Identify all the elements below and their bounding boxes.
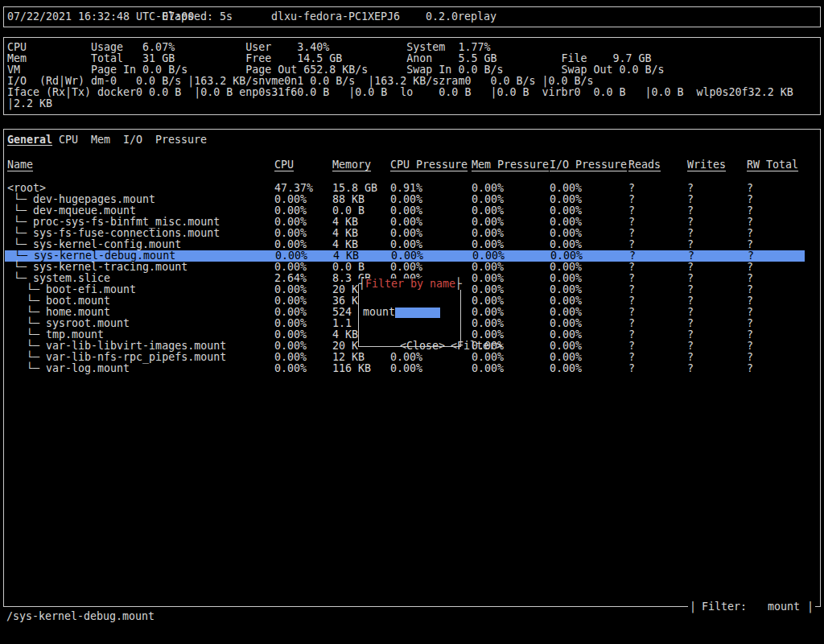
cell-name: └─ proc-sys-fs-binfmt_misc.mount xyxy=(7,217,220,228)
filter-indicator: |Filter:mount| xyxy=(688,601,815,613)
cell-cpu: 0.00% xyxy=(274,341,307,352)
cell-writes: ? xyxy=(687,307,694,318)
cell-mem_pressure: 0.00% xyxy=(472,228,504,239)
cell-writes: ? xyxy=(687,318,694,329)
column-header: Name xyxy=(7,159,33,171)
cell-memory: 4 KB xyxy=(332,239,358,250)
elapsed-time: Elapsed: 5s xyxy=(162,10,233,23)
dialog-title-text: Filter by name xyxy=(365,278,455,290)
cell-rw_total: ? xyxy=(747,307,753,318)
cell-writes: ? xyxy=(687,194,694,205)
cell-cpu: 0.00% xyxy=(274,262,307,273)
tab-cpu[interactable]: CPU xyxy=(59,134,78,146)
cell-io_pressure: 0.00% xyxy=(550,262,582,273)
hostname: dlxu-fedora-PC1XEPJ6 xyxy=(271,10,400,23)
table-row[interactable]: └─ sys-kernel-tracing.mount0.00%0.0 B0.0… xyxy=(4,262,820,273)
cell-cpu_pressure: 0.00% xyxy=(390,228,422,239)
cell-memory: 12 KB xyxy=(332,352,365,363)
cell-mem_pressure: 0.00% xyxy=(472,183,504,194)
cell-name: └─ sys-kernel-config.mount xyxy=(7,239,181,250)
column-header: Writes xyxy=(687,159,726,171)
cell-memory: 1.1 xyxy=(332,318,352,329)
cell-rw_total: ? xyxy=(747,262,753,273)
table-row[interactable]: <root>47.37%15.8 GB0.91%0.00%0.00%??? xyxy=(4,183,820,194)
filter-label: Filter: xyxy=(702,601,747,613)
column-header: RW Total xyxy=(747,159,798,171)
cell-mem_pressure: 0.00% xyxy=(472,205,504,217)
filter-value: mount xyxy=(768,601,800,613)
cell-writes: ? xyxy=(687,363,694,374)
cell-name: └─ sys-kernel-tracing.mount xyxy=(7,262,187,273)
cell-mem_pressure: 0.00% xyxy=(472,250,505,262)
cell-rw_total: ? xyxy=(747,183,753,194)
tab-general[interactable]: General xyxy=(7,134,52,146)
cell-mem_pressure: 0.00% xyxy=(472,352,504,363)
table-row[interactable]: └─ dev-mqueue.mount0.00%0.0 B0.00%0.00%0… xyxy=(4,205,820,217)
cell-cpu: 0.00% xyxy=(274,363,307,374)
cell-io_pressure: 0.00% xyxy=(550,228,582,239)
cell-io_pressure: 0.00% xyxy=(550,205,582,217)
cell-cpu: 0.00% xyxy=(274,228,307,239)
column-header: CPU Pressure xyxy=(390,159,468,171)
cell-mem_pressure: 0.00% xyxy=(472,295,504,307)
cell-rw_total: ? xyxy=(747,318,753,329)
process-table: <root>47.37%15.8 GB0.91%0.00%0.00%??? └─… xyxy=(4,183,820,606)
cell-rw_total: ? xyxy=(748,250,754,262)
dialog-title: ┤Filter by name├ xyxy=(359,279,462,290)
cell-memory: 0.0 B xyxy=(332,262,365,273)
selected-item-path: /sys-kernel-debug.mount xyxy=(6,610,154,622)
cell-reads: ? xyxy=(628,284,635,295)
system-stat-line: CPU Usage 6.07% User 3.40% System 1.77% xyxy=(4,42,820,53)
cell-reads: ? xyxy=(628,341,635,352)
table-row[interactable]: └─ var-lib-nfs-rpc_pipefs.mount0.00%12 K… xyxy=(4,352,820,363)
cell-mem_pressure: 0.00% xyxy=(472,217,504,228)
cell-memory: 36 K xyxy=(332,295,358,307)
cell-rw_total: ? xyxy=(747,352,753,363)
mode-indicator: replay xyxy=(458,10,496,23)
table-row[interactable]: └─ var-log.mount0.00%116 KB0.00%0.00%0.0… xyxy=(4,363,820,374)
table-row[interactable]: └─ sys-kernel-config.mount0.00%4 KB0.00%… xyxy=(4,239,820,250)
cell-reads: ? xyxy=(628,329,635,341)
table-row[interactable]: └─ sys-kernel-debug.mount0.00%4 KB0.00%0… xyxy=(5,250,805,262)
cell-writes: ? xyxy=(687,183,694,194)
cell-writes: ? xyxy=(687,352,694,363)
cell-cpu: 0.00% xyxy=(274,205,307,217)
system-stat-line: Mem Total 31 GB Free 14.5 GB Anon 5.5 GB… xyxy=(4,53,820,64)
filter-input-value: mount xyxy=(363,306,395,318)
tab-pressure[interactable]: Pressure xyxy=(155,134,207,146)
table-row[interactable]: └─ sys-fs-fuse-connections.mount0.00%4 K… xyxy=(4,228,820,239)
cell-cpu_pressure: 0.91% xyxy=(390,183,422,194)
cell-mem_pressure: 0.00% xyxy=(472,239,504,250)
cell-reads: ? xyxy=(628,217,635,228)
filter-button[interactable]: <Filter> xyxy=(451,340,502,352)
cell-memory: 0.0 B xyxy=(332,205,365,217)
cell-cpu: 47.37% xyxy=(274,183,313,194)
cell-writes: ? xyxy=(687,284,694,295)
cell-memory: 116 KB xyxy=(332,363,371,374)
cell-writes: ? xyxy=(687,228,694,239)
cell-memory: 20 K xyxy=(332,341,358,352)
table-row[interactable]: └─ proc-sys-fs-binfmt_misc.mount0.00%4 K… xyxy=(4,217,820,228)
cell-cpu_pressure: 0.00% xyxy=(390,262,422,273)
cell-cpu: 0.00% xyxy=(274,295,307,307)
table-row[interactable]: └─ dev-hugepages.mount0.00%88 KB0.00%0.0… xyxy=(4,194,820,205)
cell-reads: ? xyxy=(628,352,635,363)
column-header: Mem Pressure xyxy=(472,159,549,171)
filter-name-input[interactable]: mount xyxy=(363,307,440,318)
top-status-bar: 07/22/2021 16:32:48 UTC-07:00 Elapsed: 5… xyxy=(3,6,821,27)
cell-name: └─ sys-fs-fuse-connections.mount xyxy=(7,228,220,239)
cell-rw_total: ? xyxy=(747,217,753,228)
close-button[interactable]: <Close> xyxy=(400,340,445,352)
cell-rw_total: ? xyxy=(747,239,753,250)
cell-mem_pressure: 0.00% xyxy=(472,363,504,374)
dialog-buttons: <Close><Filter> xyxy=(361,329,502,341)
system-stat-line: Iface (Rx|Tx) docker0 0.0 B |0.0 B enp0s… xyxy=(4,87,820,98)
cell-io_pressure: 0.00% xyxy=(550,273,582,284)
tab-mem[interactable]: Mem xyxy=(91,134,110,146)
cell-io_pressure: 0.00% xyxy=(550,194,582,205)
tab-i-o[interactable]: I/O xyxy=(123,134,142,146)
version: 0.2.0 xyxy=(426,10,458,23)
cell-writes: ? xyxy=(687,341,694,352)
cell-cpu: 0.00% xyxy=(274,318,307,329)
process-panel: GeneralCPUMemI/OPressure NameCPUMemoryCP… xyxy=(3,129,821,607)
